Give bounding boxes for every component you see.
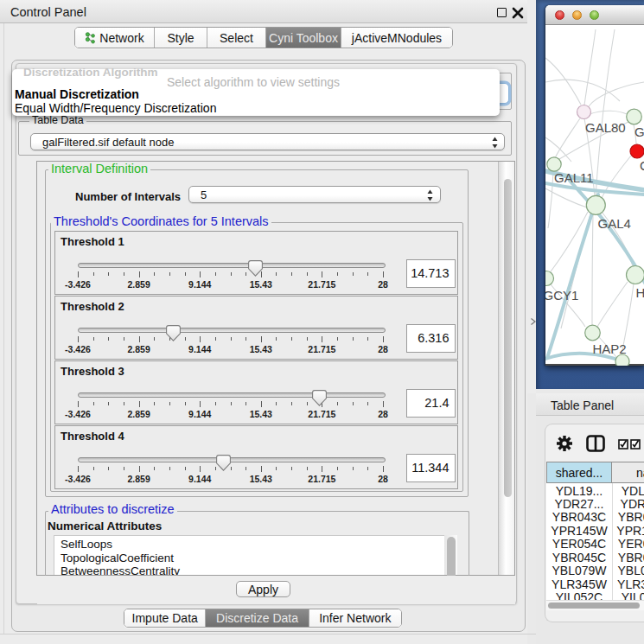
- svg-text:GAL80: GAL80: [585, 120, 626, 135]
- svg-text:GCY1: GCY1: [545, 288, 578, 303]
- svg-text:HAP2: HAP2: [593, 341, 627, 356]
- svg-text:GAL4: GAL4: [598, 216, 631, 231]
- svg-text:HIS: HIS: [636, 285, 644, 300]
- svg-text:CY: CY: [640, 158, 644, 173]
- svg-text:GA: GA: [634, 124, 644, 139]
- svg-text:GAL11: GAL11: [554, 170, 594, 185]
